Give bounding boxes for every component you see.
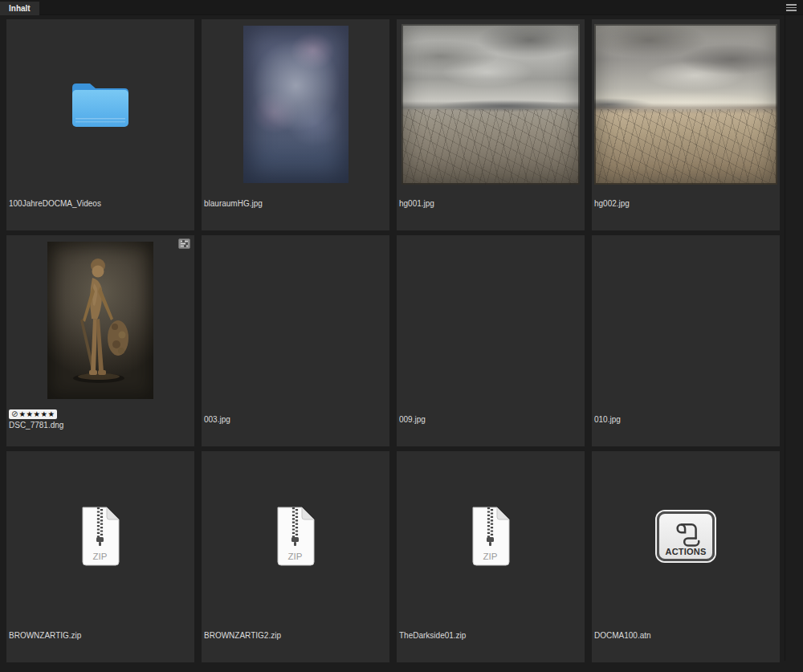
- zip-file-icon: ZIP: [467, 505, 514, 568]
- file-cell[interactable]: ZIP BROWNZARTIG.zip: [6, 451, 194, 662]
- file-name: 100JahreDOCMA_Videos: [9, 199, 192, 209]
- file-name: hg001.jpg: [399, 199, 582, 209]
- thumbnail[interactable]: ZIP: [397, 451, 585, 621]
- file-name: TheDarkside01.zip: [399, 631, 582, 641]
- actions-label: ACTIONS: [666, 547, 707, 556]
- file-cell[interactable]: 010.jpg: [592, 235, 780, 446]
- settings-badge-icon: [178, 238, 190, 249]
- scroll-glyph-icon: [671, 521, 700, 547]
- thumbnail[interactable]: ZIP: [6, 451, 194, 621]
- zip-label: ZIP: [93, 552, 108, 561]
- thumbnail[interactable]: [397, 235, 585, 405]
- photo-thumbnail: [402, 24, 580, 185]
- star-rating-icons[interactable]: ★★★★★: [18, 409, 55, 419]
- thumbnail[interactable]: ZIP: [202, 451, 389, 621]
- thumbnail[interactable]: [6, 19, 194, 189]
- file-meta: BROWNZARTIG2.zip: [202, 621, 389, 641]
- thumbnail[interactable]: [202, 19, 389, 189]
- file-cell[interactable]: ZIP BROWNZARTIG2.zip: [202, 451, 389, 662]
- zip-file-icon: ZIP: [272, 505, 319, 568]
- file-cell[interactable]: ⊘★★★★★DSC_7781.dng: [6, 235, 194, 446]
- file-name: 003.jpg: [204, 415, 387, 425]
- file-cell[interactable]: ZIP TheDarkside01.zip: [397, 451, 585, 662]
- file-name: BROWNZARTIG.zip: [9, 631, 192, 641]
- file-cell[interactable]: 009.jpg: [397, 235, 585, 446]
- reject-icon[interactable]: ⊘: [11, 409, 18, 419]
- file-meta: 100JahreDOCMA_Videos: [6, 189, 194, 209]
- panel-tab-bar: Inhalt: [0, 0, 803, 15]
- photo-thumbnail: [243, 26, 349, 183]
- content-grid: 100JahreDOCMA_VideosblauraumHG.jpghg001.…: [6, 19, 780, 662]
- content-panel: 100JahreDOCMA_VideosblauraumHG.jpghg001.…: [0, 15, 803, 672]
- file-meta: blauraumHG.jpg: [202, 189, 389, 209]
- file-name: 009.jpg: [399, 415, 582, 425]
- file-name: blauraumHG.jpg: [204, 199, 387, 209]
- file-cell[interactable]: hg001.jpg: [397, 19, 585, 230]
- file-meta: 010.jpg: [592, 405, 780, 425]
- file-cell[interactable]: 003.jpg: [202, 235, 389, 446]
- figure-photo-overlay: [47, 242, 153, 399]
- thumbnail[interactable]: [592, 19, 780, 189]
- file-name: DOCMA100.atn: [594, 631, 777, 641]
- thumbnail[interactable]: ACTIONS: [592, 451, 780, 621]
- file-name: BROWNZARTIG2.zip: [204, 631, 387, 641]
- thumbnail[interactable]: [202, 235, 389, 405]
- file-cell[interactable]: 100JahreDOCMA_Videos: [6, 19, 194, 230]
- file-name: 010.jpg: [594, 415, 777, 425]
- file-meta: hg001.jpg: [397, 189, 585, 209]
- photo-thumbnail: [47, 242, 153, 399]
- file-meta: BROWNZARTIG.zip: [6, 621, 194, 641]
- file-cell[interactable]: ACTIONS DOCMA100.atn: [592, 451, 780, 662]
- file-name: DSC_7781.dng: [9, 421, 192, 430]
- folder-icon: [68, 78, 132, 131]
- zip-label: ZIP: [483, 552, 498, 561]
- file-meta: 009.jpg: [397, 405, 585, 425]
- cracked-earth-texture: [594, 109, 777, 185]
- scrollbar-track[interactable]: [785, 15, 785, 661]
- file-meta: TheDarkside01.zip: [397, 621, 585, 641]
- photo-thumbnail: [594, 24, 777, 185]
- zip-label: ZIP: [288, 552, 303, 561]
- file-meta: hg002.jpg: [592, 189, 780, 209]
- cracked-earth-texture: [402, 109, 580, 185]
- panel-menu-icon[interactable]: [786, 4, 797, 11]
- zip-file-icon: ZIP: [77, 505, 124, 568]
- thumbnail[interactable]: [6, 235, 194, 405]
- rating-badge[interactable]: ⊘★★★★★: [9, 409, 57, 419]
- file-meta: DOCMA100.atn: [592, 621, 780, 641]
- file-meta: ⊘★★★★★DSC_7781.dng: [6, 405, 194, 430]
- tab-inhalt[interactable]: Inhalt: [0, 2, 39, 16]
- file-cell[interactable]: hg002.jpg: [592, 19, 780, 230]
- file-meta: 003.jpg: [202, 405, 389, 425]
- file-cell[interactable]: blauraumHG.jpg: [202, 19, 389, 230]
- thumbnail[interactable]: [592, 235, 780, 405]
- thumbnail[interactable]: [397, 19, 585, 189]
- file-name: hg002.jpg: [594, 199, 777, 209]
- actions-file-icon: ACTIONS: [657, 511, 715, 561]
